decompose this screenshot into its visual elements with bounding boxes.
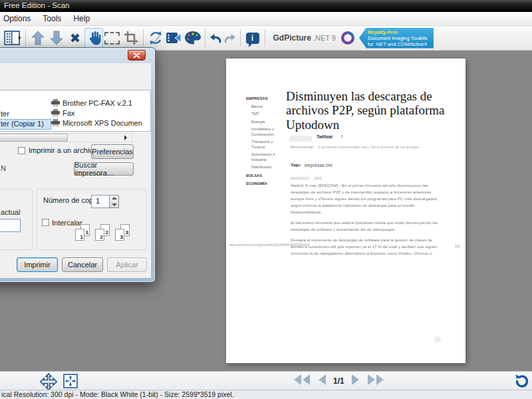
stepper-up-icon[interactable] [112,197,117,200]
scrollbar-thumb[interactable] [0,134,68,142]
stepper-down-icon[interactable] [112,203,117,206]
apply-button[interactable]: Aplicar [107,257,147,272]
toolbar-separator [205,29,205,47]
brand-product: GdPicture [273,33,311,43]
select-region-icon[interactable] [103,28,122,48]
printer-item[interactable]: ter [1,110,9,118]
menu-tools[interactable]: Tools [37,14,67,23]
article-body: Madrid, 6 may (EFECOM).- En el primer tr… [291,182,445,261]
acquire-image-icon[interactable] [165,28,184,48]
dialog-close-button[interactable] [128,50,146,61]
color-palette-icon[interactable] [184,28,202,48]
collate-pages-icon: 3 3 [115,224,132,244]
status-bar: ical Resolution: 300 dpi - Mode: Black W… [0,390,532,399]
follow-button-placeholder [289,136,312,142]
toolbar-separator [240,29,241,47]
cancel-button[interactable]: Cancelar [62,257,103,272]
copies-stepper[interactable] [109,195,119,208]
undo-icon[interactable] [208,28,223,48]
printer-icon [51,109,60,116]
doc-section: Distribución [246,165,285,170]
hand-pan-icon[interactable] [84,28,103,48]
tweet-count: 3 [340,134,342,138]
layout-dropdown-caret[interactable]: ▾ [18,35,21,41]
page-range-input[interactable] [0,219,21,232]
scrollbar-right-arrow[interactable] [120,134,131,141]
collate-pages-icon: 2 2 [95,224,112,244]
doc-section: TMT [246,112,285,117]
article-footer-page: 1/2 [455,244,460,248]
print-button[interactable]: Imprimir [17,257,58,272]
article-title: Disminuyen las descargas de archivos P2P… [286,89,452,132]
fit-page-icon[interactable] [63,373,78,392]
article-source: EFE [315,176,322,180]
doc-section: EMPRESAS [246,96,285,102]
printer-item-selected[interactable]: ter (Copiar 1) [1,120,44,128]
article-date: 06/05/2013 [291,176,309,180]
tags-label: Tags: [291,162,301,168]
tags-value: empresas,tmt [305,163,332,168]
gdpicture-logo-icon [339,29,356,47]
menu-bar: Options Tools Help [0,12,532,26]
previous-page-button[interactable] [317,374,327,388]
document-section-list: EMPRESAS Banca TMT Energía Inmobiliario … [246,93,285,190]
first-page-button[interactable] [293,374,311,388]
find-printer-button[interactable]: Buscar impresora... [74,162,134,176]
printer-item[interactable]: Brother PC-FAX v.2.1 [51,99,132,107]
article-paragraph: Madrid, 6 may (EFECOM).- En el primer tr… [291,182,445,215]
preferences-button[interactable]: Preferencias [91,144,134,159]
doc-section: Automoción e Industria [246,152,285,162]
page-range-option-fragment[interactable]: actual [1,208,20,216]
printer-item[interactable]: Fax [51,109,74,117]
rotate-icon[interactable] [146,28,165,48]
toolbar-separator [265,29,265,47]
doc-section: Banca [246,104,285,110]
doc-section: Energía [246,120,285,125]
printer-icon [51,119,60,126]
banner-line3: for .NET and COM/ActiveX [368,41,434,47]
title-bar: Free Edition - Scan [0,0,532,12]
tweet-button-label: Twittear [317,134,332,139]
page-indicator: 1/1 [333,376,344,386]
doc-section: BOLSAS [246,174,285,179]
collate-pages-icon: 1 1 [75,224,92,244]
delete-page-icon[interactable] [66,28,84,48]
toolbar-separator [25,29,26,47]
info-icon[interactable]: i [243,28,262,48]
next-page-button[interactable] [350,374,360,388]
banner-line1: Royalty-Free [368,29,434,35]
doc-section: Transporte y Turismo [246,140,285,150]
print-to-file-checkbox[interactable] [18,147,25,154]
scanned-page: EMPRESAS Banca TMT Energía Inmobiliario … [226,59,466,363]
last-page-button[interactable] [366,374,385,388]
app-window: Free Edition - Scan Options Tools Help ▾ [0,0,532,399]
move-up-icon[interactable] [29,28,47,48]
recommend-label: Recomendar [291,145,313,149]
article-paragraph: Destaca el incremento de descargas de so… [291,237,445,257]
dialog-body: ter ter (Copiar 1) Brother PC-FAX v.2.1 … [0,63,151,278]
refresh-icon[interactable] [514,373,530,392]
article-footer-url: www.expansion.com/agencia/efe/2013/05/06… [229,243,309,247]
printer-list-scrollbar[interactable] [0,133,132,142]
doc-section: ECONOMÍA [246,182,285,187]
redo-icon[interactable] [223,28,237,48]
printer-icon [51,99,60,106]
brand-edition: .NET 9 [313,34,336,42]
move-down-icon[interactable] [47,28,66,48]
crop-icon[interactable] [122,28,140,48]
menu-help[interactable]: Help [67,14,96,23]
menu-options[interactable]: Options [0,14,37,23]
print-dialog: ter ter (Copiar 1) Brother PC-FAX v.2.1 … [0,47,156,283]
printer-item[interactable]: Microsoft XPS Documen [51,119,142,127]
copies-input[interactable]: 1 [91,195,110,208]
article-paragraph: El barómetro trimestral que realiza Upto… [291,219,445,233]
window-title: Free Edition - Scan [4,1,69,9]
bottom-toolbar: 1/1 [0,371,532,390]
collate-checkbox[interactable] [42,219,49,226]
banner-line2: Document Imaging Toolkits [368,35,434,41]
toolbar-separator [143,29,144,47]
royalty-free-banner: Royalty-Free Document Imaging Toolkits f… [359,28,434,49]
doc-section: Inmobiliario y Construcción [246,127,285,137]
gdpicture-branding: GdPicture .NET 9 Royalty-Free Document I… [273,28,434,49]
scan-artifact [432,335,443,344]
